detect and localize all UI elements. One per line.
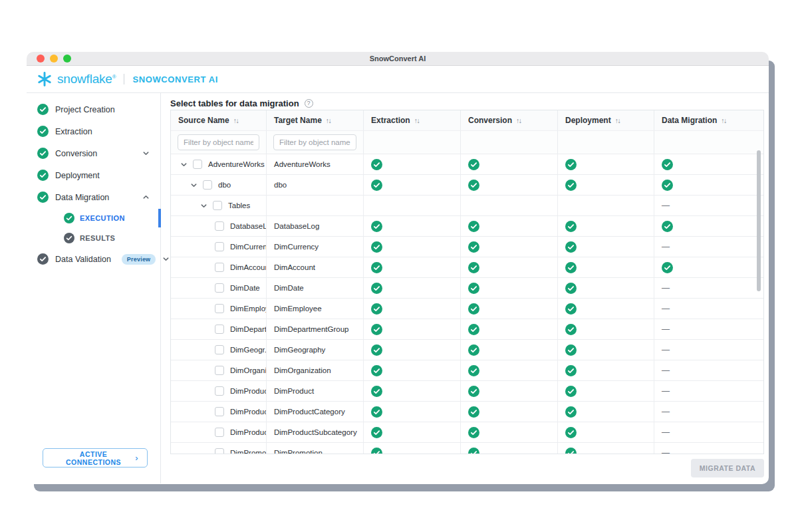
sort-icon[interactable]: ↑↓ xyxy=(721,116,726,124)
migrate-data-button[interactable]: MIGRATE DATA xyxy=(691,459,764,477)
source-name-label: DimAccount xyxy=(230,263,267,271)
status-success-icon xyxy=(364,422,461,442)
table-header-row: Source Name↑↓ Target Name↑↓ Extraction↑↓… xyxy=(171,110,763,130)
chevron-down-icon[interactable] xyxy=(142,150,150,157)
sidebar-subitem-execution[interactable]: EXECUTION xyxy=(27,208,160,228)
sidebar-item-deployment[interactable]: Deployment xyxy=(27,164,160,186)
status-success-icon xyxy=(558,443,654,454)
column-header-deployment[interactable]: Deployment↑↓ xyxy=(558,110,654,130)
row-checkbox[interactable] xyxy=(215,366,224,375)
column-header-source-name[interactable]: Source Name↑↓ xyxy=(171,110,267,130)
row-checkbox[interactable] xyxy=(215,263,224,272)
status-empty xyxy=(558,196,654,215)
snowflake-logo-icon xyxy=(36,70,53,88)
source-name-label: dbo xyxy=(218,181,231,189)
sort-icon[interactable]: ↑↓ xyxy=(615,116,620,124)
source-name-label: DimDate xyxy=(230,284,260,292)
table-row: AdventureWorksAdventureWorks xyxy=(171,154,763,174)
status-success-icon xyxy=(461,175,558,195)
status-success-icon xyxy=(558,216,654,236)
sort-icon[interactable]: ↑↓ xyxy=(326,116,331,124)
sidebar: Project CreationExtractionConversionDepl… xyxy=(27,93,161,483)
source-name-label: DimProduct xyxy=(230,387,267,395)
status-success-icon xyxy=(461,402,558,422)
row-checkbox[interactable] xyxy=(215,325,224,334)
help-info-icon[interactable]: ? xyxy=(305,99,313,108)
titlebar: SnowConvert AI xyxy=(27,52,769,66)
row-checkbox[interactable] xyxy=(215,242,224,251)
status-success-icon xyxy=(364,237,461,257)
status-success-icon xyxy=(461,443,558,454)
status-success-icon xyxy=(654,216,763,236)
target-name-label: DimDepartmentGroup xyxy=(267,319,364,339)
target-name-label: DimProduct xyxy=(267,381,364,401)
status-success-icon xyxy=(461,340,558,360)
target-name-filter-input[interactable] xyxy=(273,134,356,150)
status-success-icon xyxy=(654,154,763,174)
sort-icon[interactable]: ↑↓ xyxy=(414,116,420,124)
chevron-down-icon[interactable] xyxy=(162,255,170,263)
status-success-icon xyxy=(558,278,654,298)
status-not-applicable: — xyxy=(654,196,763,215)
column-header-conversion[interactable]: Conversion↑↓ xyxy=(461,110,558,130)
status-empty xyxy=(364,196,461,215)
status-check-icon xyxy=(64,213,74,223)
source-name-label: DimEmploy... xyxy=(230,305,267,313)
status-success-icon xyxy=(364,278,461,298)
target-name-label xyxy=(267,196,364,215)
status-success-icon xyxy=(558,237,654,257)
sidebar-item-extraction[interactable]: Extraction xyxy=(27,120,160,142)
row-checkbox[interactable] xyxy=(215,283,224,293)
sidebar-item-conversion[interactable]: Conversion xyxy=(27,142,160,164)
table-row: DimPromot...DimPromotion— xyxy=(171,442,763,454)
target-name-label: DimCurrency xyxy=(267,237,364,257)
table-row: dbodbo xyxy=(171,174,763,195)
row-checkbox[interactable] xyxy=(215,304,224,313)
status-success-icon xyxy=(654,175,763,195)
sort-icon[interactable]: ↑↓ xyxy=(516,116,521,124)
status-success-icon xyxy=(558,360,654,380)
product-name: SNOWCONVERT AI xyxy=(132,74,218,84)
status-success-icon xyxy=(461,257,558,277)
status-success-icon xyxy=(461,422,558,442)
sidebar-item-project-creation[interactable]: Project Creation xyxy=(27,98,160,120)
status-not-applicable: — xyxy=(654,381,763,401)
sort-icon[interactable]: ↑↓ xyxy=(233,116,239,124)
expand-chevron-down-icon[interactable] xyxy=(200,202,208,209)
expand-chevron-down-icon[interactable] xyxy=(180,161,188,168)
status-success-icon xyxy=(364,319,461,339)
expand-chevron-down-icon[interactable] xyxy=(190,182,198,189)
row-checkbox[interactable] xyxy=(213,201,222,210)
sidebar-item-data-migration[interactable]: Data Migration xyxy=(27,186,160,208)
row-checkbox[interactable] xyxy=(193,160,202,169)
header-divider xyxy=(124,74,124,84)
source-name-filter-input[interactable] xyxy=(178,134,259,150)
status-success-icon xyxy=(461,381,558,401)
column-header-data-migration[interactable]: Data Migration↑↓ xyxy=(654,110,763,130)
table-scrollbar-thumb[interactable] xyxy=(757,150,761,291)
column-header-target-name[interactable]: Target Name↑↓ xyxy=(267,110,364,130)
target-name-label: dbo xyxy=(267,175,364,195)
active-connections-button[interactable]: ACTIVE CONNECTIONS › xyxy=(43,448,148,467)
status-success-icon xyxy=(558,422,654,442)
source-name-label: DatabaseL... xyxy=(230,222,267,230)
source-name-label: DimGeogr... xyxy=(230,346,267,354)
status-check-icon xyxy=(64,233,74,243)
column-header-extraction[interactable]: Extraction↑↓ xyxy=(364,110,461,130)
sidebar-subitem-results[interactable]: RESULTS xyxy=(27,228,160,248)
status-check-icon xyxy=(37,126,49,137)
status-success-icon xyxy=(558,340,654,360)
chevron-up-icon[interactable] xyxy=(142,194,150,201)
row-checkbox[interactable] xyxy=(203,180,212,190)
row-checkbox[interactable] xyxy=(215,386,224,396)
table-row: DimDepart...DimDepartmentGroup— xyxy=(171,319,763,339)
status-success-icon xyxy=(461,237,558,257)
app-header: snowflake® SNOWCONVERT AI xyxy=(27,66,769,93)
row-checkbox[interactable] xyxy=(215,448,224,454)
row-checkbox[interactable] xyxy=(215,428,224,437)
status-success-icon xyxy=(461,216,558,236)
row-checkbox[interactable] xyxy=(215,345,224,354)
row-checkbox[interactable] xyxy=(215,407,224,416)
row-checkbox[interactable] xyxy=(215,221,224,231)
sidebar-item-data-validation[interactable]: Data ValidationPreview xyxy=(27,248,160,270)
